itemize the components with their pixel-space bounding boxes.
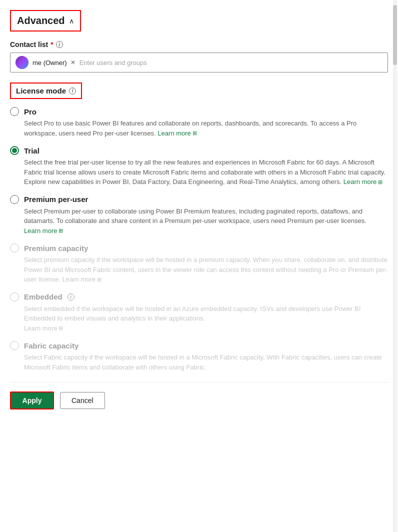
required-star: * [50, 40, 53, 48]
radio-option-pro: Pro Select Pro to use basic Power BI fea… [10, 107, 388, 138]
license-mode-info-icon[interactable]: i [69, 88, 76, 94]
external-link-icon: ⊞ [58, 324, 63, 332]
scrollbar-thumb[interactable] [393, 5, 397, 65]
radio-premium-per-user[interactable] [10, 195, 19, 204]
radio-option-trial: Trial Select the free trial per-user lic… [10, 146, 388, 187]
radio-option-fabric-capacity: Fabric capacity Select Fabric capacity i… [10, 341, 388, 372]
radio-embedded[interactable] [10, 292, 19, 302]
scrollbar-track[interactable] [393, 0, 397, 532]
radio-pro-desc: Select Pro to use basic Power BI feature… [24, 118, 388, 138]
bottom-bar: Apply Cancel [10, 382, 388, 414]
radio-option-embedded: Embedded i Select embedded if the worksp… [10, 292, 388, 334]
radio-embedded-desc: Select embedded if the workspace will be… [24, 304, 388, 334]
radio-premium-capacity-label: Premium capacity [24, 244, 88, 252]
radio-trial-label: Trial [24, 146, 40, 155]
radio-trial-desc: Select the free trial per-user license t… [24, 158, 388, 187]
external-link-icon: ⊞ [192, 129, 197, 138]
radio-option-premium-per-user: Premium per-user Select Premium per-user… [10, 195, 388, 236]
embedded-learn-more-link[interactable]: Learn more ⊞ [24, 324, 63, 334]
radio-fabric-capacity-label: Fabric capacity [24, 342, 78, 350]
radio-fabric-capacity-desc: Select Fabric capacity if the workspace … [24, 352, 388, 372]
contact-tag: me (Owner) ✕ [32, 59, 76, 66]
radio-option-premium-capacity: Premium capacity Select premium capacity… [10, 244, 388, 284]
premium-per-user-learn-more-link[interactable]: Learn more ⊞ [24, 226, 63, 236]
premium-capacity-learn-more-link[interactable]: Learn more ⊞ [62, 274, 102, 284]
external-link-icon: ⊞ [58, 226, 63, 235]
remove-contact-icon[interactable]: ✕ [70, 59, 76, 66]
radio-premium-capacity[interactable] [10, 244, 19, 252]
page-container: Advanced ∧ Contact list * i me (Owner) ✕… [0, 0, 398, 532]
advanced-title: Advanced [17, 15, 65, 26]
external-link-icon: ⊞ [378, 178, 382, 186]
contact-name: me (Owner) [32, 59, 67, 66]
radio-pro-label: Pro [24, 108, 36, 116]
radio-premium-per-user-label: Premium per-user [24, 195, 88, 204]
radio-trial[interactable] [10, 146, 19, 155]
contact-list-info-icon[interactable]: i [56, 41, 63, 48]
license-mode-title: License mode [16, 86, 66, 95]
contact-list-label: Contact list * i [10, 40, 388, 48]
trial-learn-more-link[interactable]: Learn more ⊞ [344, 177, 382, 187]
contact-list-input-box[interactable]: me (Owner) ✕ Enter users and groups [10, 52, 388, 72]
radio-pro[interactable] [10, 107, 19, 116]
radio-embedded-label: Embedded [24, 292, 62, 301]
apply-button[interactable]: Apply [10, 392, 54, 410]
embedded-info-icon[interactable]: i [68, 294, 74, 300]
external-link-icon: ⊞ [97, 276, 102, 284]
pro-learn-more-link[interactable]: Learn more ⊞ [158, 128, 196, 138]
radio-fabric-capacity[interactable] [10, 341, 19, 350]
contact-placeholder: Enter users and groups [80, 59, 382, 66]
cancel-button[interactable]: Cancel [60, 392, 105, 409]
advanced-section-header[interactable]: Advanced ∧ [10, 10, 81, 32]
radio-premium-per-user-desc: Select Premium per-user to collaborate u… [24, 206, 388, 236]
avatar [16, 56, 28, 69]
license-mode-header: License mode i [10, 82, 82, 99]
radio-premium-capacity-desc: Select premium capacity if the workspace… [24, 255, 388, 284]
chevron-up-icon: ∧ [69, 17, 74, 25]
